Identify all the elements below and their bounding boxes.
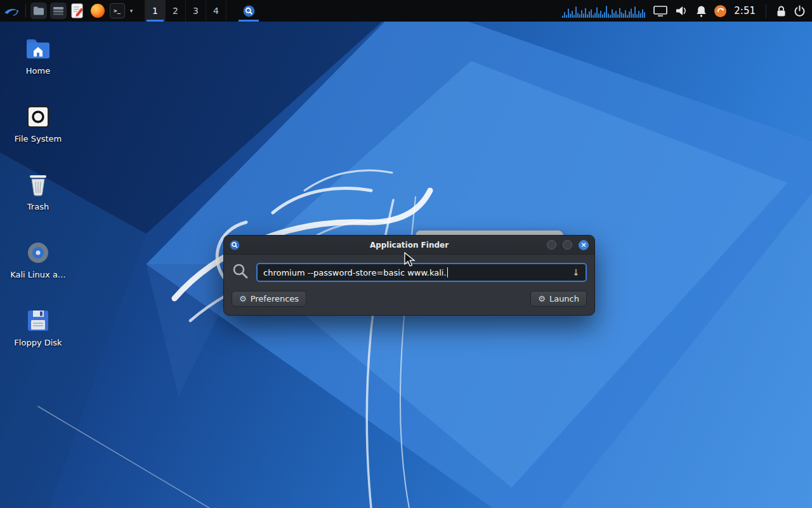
text-editor-icon[interactable]: [68, 0, 88, 22]
top-panel: >_ ▾ 1 2 3 4: [0, 0, 812, 22]
terminal-icon[interactable]: >_: [107, 0, 127, 22]
home-folder-icon: [8, 34, 69, 64]
file-manager-icon[interactable]: [29, 0, 48, 22]
cpu-graph[interactable]: [562, 4, 646, 18]
display-icon[interactable]: [653, 6, 667, 17]
workspace-3[interactable]: 3: [186, 0, 206, 22]
preferences-label: Preferences: [251, 294, 299, 304]
desktop-icon-kali-linux[interactable]: Kali Linux a…: [8, 238, 69, 279]
window-title: Application Finder: [224, 241, 594, 250]
command-text: chromium --password-store=basic www.kali…: [263, 268, 447, 277]
terminal-chevron-down-icon[interactable]: ▾: [127, 8, 136, 14]
maximize-button[interactable]: [563, 240, 572, 250]
launch-gear-icon: ⚙: [538, 294, 546, 304]
application-finder-icon: [230, 240, 240, 253]
dropdown-arrow-icon[interactable]: ↓: [572, 267, 580, 277]
clock[interactable]: 2:51: [734, 5, 756, 17]
desktop-icon-label: Floppy Disk: [8, 338, 69, 347]
desktop-icon-label: File System: [8, 134, 69, 144]
desktop-icon-label: Trash: [8, 202, 69, 211]
workspace-1[interactable]: 1: [145, 0, 166, 22]
firefox-icon[interactable]: [88, 0, 107, 22]
command-input[interactable]: chromium --password-store=basic www.kali…: [256, 263, 587, 282]
workspace-4[interactable]: 4: [206, 0, 226, 22]
panel-separator: [25, 4, 26, 18]
text-caret: [447, 267, 448, 277]
trash-icon: [8, 170, 69, 199]
desktop-icon-label: Home: [8, 66, 69, 76]
taskbar-application-finder[interactable]: [237, 0, 261, 22]
workspace-pager: 1 2 3 4: [145, 0, 226, 22]
minimize-button[interactable]: [547, 240, 556, 250]
floppy-icon: [8, 306, 69, 335]
drive-icon: [8, 102, 69, 131]
workspace-2[interactable]: 2: [166, 0, 186, 22]
mouse-cursor: [403, 252, 417, 267]
preferences-button[interactable]: ⚙ Preferences: [232, 291, 306, 307]
close-button[interactable]: ×: [579, 240, 589, 250]
desktop-icon-home[interactable]: Home: [8, 34, 69, 76]
desktop-icon-file-system[interactable]: File System: [8, 102, 69, 144]
desktop: Home File System Trash: [0, 0, 812, 508]
mail-icon[interactable]: [48, 0, 68, 22]
logout-power-icon[interactable]: [794, 5, 806, 17]
status-tray-orange-icon[interactable]: [714, 5, 726, 17]
search-icon: [232, 262, 249, 283]
desktop-icon-label: Kali Linux a…: [8, 270, 69, 279]
cpu-graph-svg: [562, 4, 646, 18]
launch-button[interactable]: ⚙ Launch: [530, 291, 587, 307]
disc-icon: [8, 238, 69, 267]
panel-separator: [766, 4, 766, 18]
notifications-bell-icon[interactable]: [696, 5, 707, 17]
launch-label: Launch: [549, 294, 579, 304]
desktop-icon-trash[interactable]: Trash: [8, 170, 69, 211]
gear-icon: ⚙: [239, 294, 247, 304]
kali-menu-icon[interactable]: [0, 0, 23, 22]
volume-icon[interactable]: [675, 5, 688, 17]
desktop-icon-floppy-disk[interactable]: Floppy Disk: [8, 306, 69, 347]
lock-screen-icon[interactable]: [776, 5, 786, 17]
application-finder-window: Application Finder × chromium --password…: [223, 235, 595, 316]
